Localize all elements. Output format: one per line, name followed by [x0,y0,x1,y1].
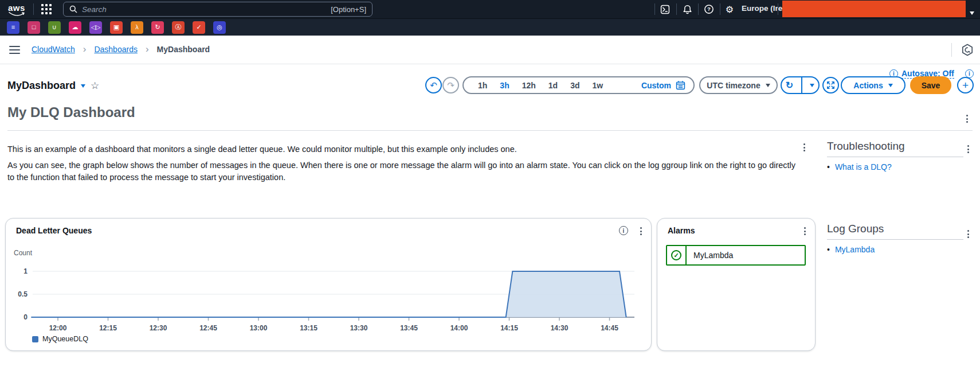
x-tick-label: 13:15 [300,324,317,332]
dlq-area-chart[interactable]: Count10.5012:0012:1512:3012:4513:0013:15… [6,247,652,334]
card-check-icon-glyph: ✓ [196,24,201,30]
amazon-q-icon[interactable] [961,43,974,57]
database-icon-glyph: ≡ [11,24,15,30]
troubleshooting-links: What is a DLQ? [827,162,974,171]
link-mylambda[interactable]: MyLambda [835,245,875,254]
cloud-search-icon[interactable]: ☁ [69,21,81,34]
target-icon-glyph: ◎ [217,24,222,30]
time-range-1w[interactable]: 1w [586,81,610,90]
add-widget-button[interactable]: + [957,77,974,93]
time-range-custom[interactable]: Custom [641,80,685,90]
x-tick-label: 13:45 [400,324,418,332]
divider [698,3,699,15]
undo-button[interactable]: ↶ [425,77,442,93]
refresh-icon[interactable]: ↻ [786,80,793,91]
description-paragraph: As you can see, the graph below shows th… [7,159,804,184]
breadcrumb: CloudWatch › Dashboards › MyDashboard [32,44,210,55]
chart-legend[interactable]: MyQueueDLQ [32,335,88,343]
refresh-options-caret-icon[interactable] [810,84,814,87]
database-icon[interactable]: ≡ [7,21,19,34]
search-input[interactable]: Search [Option+S] [63,2,373,17]
lambda-icon-glyph: λ [135,24,139,30]
refresh-split-button[interactable]: ↻ [781,76,820,94]
x-tick-label: 12:30 [150,324,167,332]
y-tick-label: 0.5 [18,290,28,298]
chart-widget-title: Dead Letter Queues [16,226,92,235]
title-widget-menu-icon[interactable] [964,112,970,125]
troubleshooting-title: Troubleshooting [827,140,974,153]
actions-label: Actions [853,81,883,90]
circled-a-icon[interactable]: Ⓐ [172,21,185,34]
redo-button[interactable]: ↷ [442,77,459,93]
alarms-widget: Alarms ✓MyLambda [657,218,816,351]
lambda-icon[interactable]: λ [131,21,143,34]
y-tick-label: 1 [23,267,28,275]
circular-arrows-icon[interactable]: ↻ [151,21,164,34]
link-what-is-a-dlq-[interactable]: What is a DLQ? [835,162,892,171]
actions-menu-button[interactable]: Actions [841,76,905,94]
breadcrumb-separator: › [146,44,149,55]
divider [827,157,963,157]
api-brackets-icon[interactable]: ◁▷ [89,21,102,34]
alarm-state-icon: ✓ [667,246,687,264]
divider [827,239,963,240]
time-range-3h[interactable]: 3h [493,81,515,90]
divider [7,130,973,131]
log-groups-widget: Log Groups MyLambda [827,223,974,258]
divider [778,3,778,15]
time-range-1h[interactable]: 1h [472,81,493,90]
breadcrumb-cloudwatch[interactable]: CloudWatch [32,45,75,54]
x-tick-label: 14:00 [450,324,468,332]
legend-series-label: MyQueueDLQ [42,335,88,343]
favorite-star-icon[interactable]: ☆ [91,80,99,92]
alarm-list: ✓MyLambda [666,245,806,266]
timezone-selector[interactable]: UTC timezone [699,76,778,94]
breadcrumb-dashboards[interactable]: Dashboards [94,45,138,54]
dashboard-name-caret-icon[interactable] [81,84,85,88]
time-range-12h[interactable]: 12h [516,81,542,90]
chevron-down-icon [766,84,770,87]
description-text-widget: This is an example of a dashboard that m… [7,143,804,184]
account-name-redacted[interactable] [782,1,966,17]
breadcrumb-row: CloudWatch › Dashboards › MyDashboard [0,36,980,64]
circular-arrows-icon-glyph: ↻ [155,24,160,30]
card-check-icon[interactable]: ✓ [193,21,205,34]
x-tick-label: 13:30 [350,324,368,332]
log-groups-menu-icon[interactable] [965,228,971,240]
top-nav-bar: aws Search [Option+S] ? ⚙ Europe (Irelan… [0,0,980,18]
bucket-icon[interactable]: ∪ [48,21,61,34]
x-tick-label: 14:30 [551,324,569,332]
breadcrumb-separator: › [83,44,87,55]
help-icon[interactable]: ? [701,2,716,16]
services-grid-icon[interactable] [41,4,52,14]
time-range-3d[interactable]: 3d [564,81,586,90]
save-button[interactable]: Save [910,76,951,94]
notifications-bell-icon[interactable] [680,2,695,16]
time-range-1d[interactable]: 1d [542,81,564,90]
id-card-icon-glyph: ▣ [113,24,119,30]
cloudshell-icon[interactable] [657,2,672,16]
alarms-widget-menu-icon[interactable] [802,225,808,237]
log-groups-title: Log Groups [827,223,974,235]
target-icon[interactable]: ◎ [213,21,226,34]
troubleshooting-widget: Troubleshooting What is a DLQ? [827,140,974,175]
side-menu-hamburger-icon[interactable] [9,46,20,54]
fullscreen-button[interactable] [822,77,839,93]
alarm-item[interactable]: ✓MyLambda [666,245,806,266]
account-menu-caret-icon[interactable] [970,7,974,17]
document-icon[interactable]: □ [28,21,40,34]
aws-logo[interactable]: aws [8,3,29,15]
troubleshooting-menu-icon[interactable] [965,143,971,155]
chart-info-icon[interactable]: i [619,226,628,235]
api-brackets-icon-glyph: ◁▷ [91,24,101,30]
text-widget-menu-icon[interactable] [801,141,807,154]
list-item: What is a DLQ? [827,162,974,171]
alarm-name: MyLambda [687,251,733,260]
chart-widget-menu-icon[interactable] [638,225,644,237]
description-paragraph: This is an example of a dashboard that m… [7,143,804,155]
x-tick-label: 12:45 [199,324,217,332]
id-card-icon[interactable]: ▣ [110,21,123,34]
document-icon-glyph: □ [32,24,36,30]
y-tick-label: 0 [23,313,28,321]
log-groups-links: MyLambda [827,245,974,254]
